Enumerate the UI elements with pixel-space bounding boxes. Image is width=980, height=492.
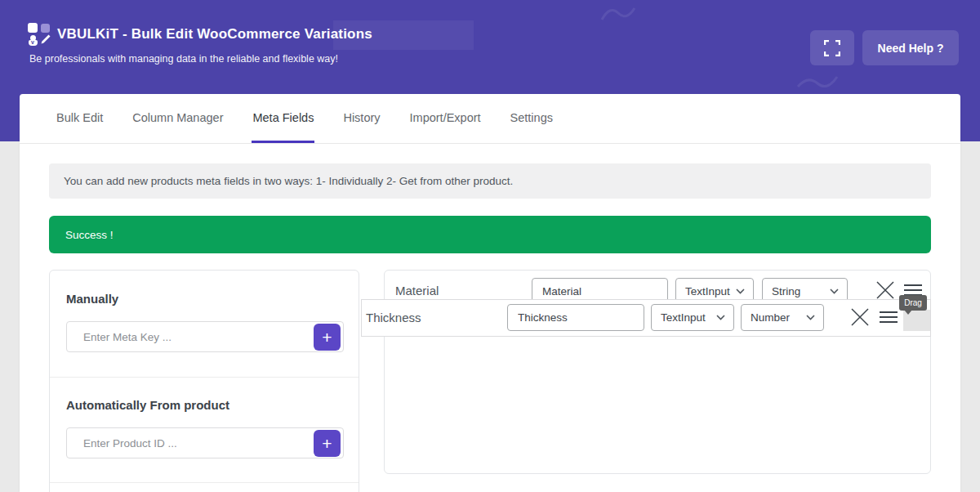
- squiggle-decoration: [600, 2, 649, 26]
- meta-field-label: Thickness: [366, 311, 421, 324]
- remove-row-icon[interactable]: [875, 280, 896, 301]
- success-banner: Success !: [49, 216, 931, 253]
- drag-tooltip-text: Drag: [899, 295, 927, 311]
- data-type-value: String: [772, 285, 800, 297]
- data-type-value: Number: [751, 311, 790, 324]
- tab-bar: Bulk Edit Column Manager Meta Fields His…: [20, 94, 960, 144]
- add-meta-field-panel: Manually + Automatically From product +: [49, 270, 359, 492]
- tab-meta-fields[interactable]: Meta Fields: [252, 94, 314, 143]
- drag-tooltip: Drag: [899, 295, 927, 311]
- input-type-value: TextInput: [661, 311, 706, 324]
- input-type-value: TextInput: [685, 285, 730, 297]
- fullscreen-icon: [824, 40, 840, 56]
- tab-bulk-edit[interactable]: Bulk Edit: [56, 94, 104, 143]
- need-help-button[interactable]: Need Help ?: [862, 30, 959, 65]
- tab-history[interactable]: History: [342, 94, 381, 143]
- chevron-down-icon: [736, 288, 745, 294]
- plus-icon: +: [322, 324, 332, 350]
- meta-key-input-group: +: [66, 321, 344, 352]
- chevron-down-icon: [716, 315, 725, 320]
- page-title: VBULKiT - Bulk Edit WooCommerce Variatio…: [57, 26, 372, 42]
- vbulkit-logo-icon: v: [28, 23, 52, 47]
- plus-icon: +: [322, 431, 332, 456]
- meta-field-label: Material: [395, 284, 439, 297]
- manually-heading: Manually: [66, 292, 118, 306]
- divider: [50, 482, 359, 483]
- page-subtitle: Be professionals with managing data in t…: [29, 53, 338, 65]
- automatically-heading: Automatically From product: [66, 398, 229, 412]
- tooltip-caret: [904, 310, 912, 315]
- data-type-select[interactable]: Number: [741, 304, 824, 331]
- fullscreen-button[interactable]: [810, 30, 854, 65]
- product-id-input-group: +: [66, 427, 344, 458]
- tab-settings[interactable]: Settings: [510, 94, 554, 143]
- tab-import-export[interactable]: Import/Export: [409, 94, 482, 143]
- drag-handle-icon[interactable]: [880, 311, 898, 324]
- input-type-select[interactable]: TextInput: [651, 304, 734, 331]
- meta-key-input[interactable]: [67, 322, 312, 351]
- meta-field-name-input[interactable]: [507, 304, 644, 331]
- info-notice: You can add new products meta fields in …: [49, 163, 931, 199]
- remove-row-icon[interactable]: [849, 306, 871, 328]
- product-id-input[interactable]: [67, 428, 312, 458]
- pencil-icon: [40, 34, 51, 46]
- add-product-id-button[interactable]: +: [314, 430, 341, 457]
- add-meta-key-button[interactable]: +: [314, 324, 341, 351]
- chevron-down-icon: [830, 288, 839, 294]
- meta-field-row-thickness-dragging[interactable]: Thickness TextInput Number: [361, 299, 931, 337]
- tab-column-manager[interactable]: Column Manager: [131, 94, 224, 143]
- chevron-down-icon: [806, 315, 815, 320]
- divider: [50, 377, 359, 378]
- squiggle-decoration: [796, 72, 845, 93]
